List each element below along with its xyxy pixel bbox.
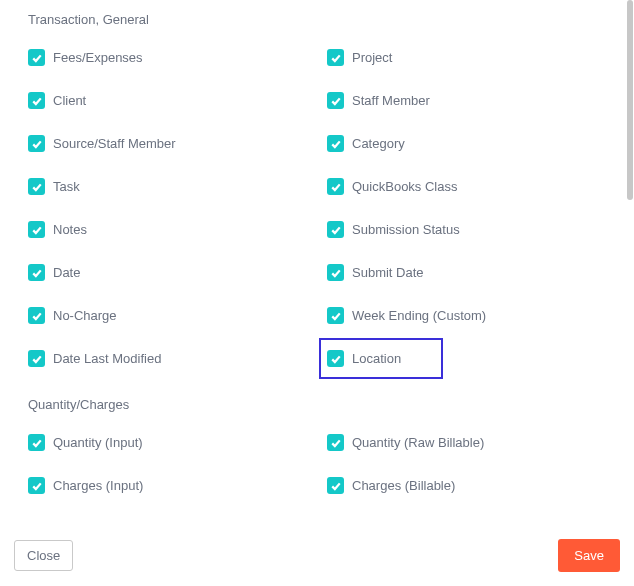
check-icon bbox=[31, 95, 43, 107]
checkbox-label-week-ending-custom: Week Ending (Custom) bbox=[352, 308, 486, 323]
checkbox-label-staff-member: Staff Member bbox=[352, 93, 430, 108]
checkbox-item-quantity-input[interactable]: Quantity (Input) bbox=[28, 434, 307, 451]
check-icon bbox=[330, 437, 342, 449]
check-icon bbox=[330, 52, 342, 64]
checkbox-item-no-charge[interactable]: No-Charge bbox=[28, 307, 307, 324]
check-icon bbox=[31, 437, 43, 449]
section-title-quantity: Quantity/Charges bbox=[28, 397, 606, 412]
checkbox-item-staff-member[interactable]: Staff Member bbox=[327, 92, 606, 109]
check-icon bbox=[330, 310, 342, 322]
checkbox-submit-date[interactable] bbox=[327, 264, 344, 281]
checkbox-label-date: Date bbox=[53, 265, 80, 280]
scrollbar-thumb[interactable] bbox=[627, 0, 633, 200]
checkbox-notes[interactable] bbox=[28, 221, 45, 238]
checkbox-label-location: Location bbox=[352, 351, 401, 366]
checkbox-date-last-modified[interactable] bbox=[28, 350, 45, 367]
check-icon bbox=[330, 181, 342, 193]
checkbox-label-charges-billable: Charges (Billable) bbox=[352, 478, 455, 493]
checkbox-item-charges-billable[interactable]: Charges (Billable) bbox=[327, 477, 606, 494]
checkbox-item-submit-date[interactable]: Submit Date bbox=[327, 264, 606, 281]
checkbox-location[interactable] bbox=[327, 350, 344, 367]
checkbox-item-submission-status[interactable]: Submission Status bbox=[327, 221, 606, 238]
checkbox-label-submit-date: Submit Date bbox=[352, 265, 424, 280]
checkbox-label-quantity-raw-billable: Quantity (Raw Billable) bbox=[352, 435, 484, 450]
checkbox-charges-input[interactable] bbox=[28, 477, 45, 494]
checkbox-source-staff-member[interactable] bbox=[28, 135, 45, 152]
checkbox-label-quantity-input: Quantity (Input) bbox=[53, 435, 143, 450]
check-icon bbox=[31, 310, 43, 322]
checkbox-quantity-raw-billable[interactable] bbox=[327, 434, 344, 451]
check-icon bbox=[330, 480, 342, 492]
check-icon bbox=[330, 267, 342, 279]
checkbox-label-category: Category bbox=[352, 136, 405, 151]
check-icon bbox=[31, 224, 43, 236]
check-icon bbox=[31, 353, 43, 365]
checkbox-label-charges-input: Charges (Input) bbox=[53, 478, 143, 493]
checkbox-label-notes: Notes bbox=[53, 222, 87, 237]
checkbox-staff-member[interactable] bbox=[327, 92, 344, 109]
check-icon bbox=[330, 353, 342, 365]
checkbox-item-date-last-modified[interactable]: Date Last Modified bbox=[28, 350, 307, 367]
checkbox-label-submission-status: Submission Status bbox=[352, 222, 460, 237]
quantity-grid: Quantity (Input)Quantity (Raw Billable)C… bbox=[28, 434, 606, 494]
checkbox-item-source-staff-member[interactable]: Source/Staff Member bbox=[28, 135, 307, 152]
check-icon bbox=[31, 480, 43, 492]
check-icon bbox=[330, 224, 342, 236]
content-area: Transaction, General Fees/ExpensesProjec… bbox=[0, 0, 634, 540]
check-icon bbox=[31, 181, 43, 193]
checkbox-label-task: Task bbox=[53, 179, 80, 194]
checkbox-category[interactable] bbox=[327, 135, 344, 152]
checkbox-item-week-ending-custom[interactable]: Week Ending (Custom) bbox=[327, 307, 606, 324]
save-button[interactable]: Save bbox=[558, 539, 620, 572]
transaction-grid: Fees/ExpensesProjectClientStaff MemberSo… bbox=[28, 49, 606, 367]
checkbox-task[interactable] bbox=[28, 178, 45, 195]
check-icon bbox=[31, 52, 43, 64]
check-icon bbox=[31, 267, 43, 279]
footer: Close Save bbox=[0, 529, 634, 586]
scrollbar-track bbox=[626, 0, 634, 540]
check-icon bbox=[330, 138, 342, 150]
checkbox-fees-expenses[interactable] bbox=[28, 49, 45, 66]
checkbox-date[interactable] bbox=[28, 264, 45, 281]
checkbox-label-fees-expenses: Fees/Expenses bbox=[53, 50, 143, 65]
checkbox-submission-status[interactable] bbox=[327, 221, 344, 238]
checkbox-label-no-charge: No-Charge bbox=[53, 308, 117, 323]
checkbox-item-quickbooks-class[interactable]: QuickBooks Class bbox=[327, 178, 606, 195]
checkbox-label-quickbooks-class: QuickBooks Class bbox=[352, 179, 457, 194]
checkbox-label-source-staff-member: Source/Staff Member bbox=[53, 136, 176, 151]
checkbox-item-client[interactable]: Client bbox=[28, 92, 307, 109]
checkbox-quantity-input[interactable] bbox=[28, 434, 45, 451]
checkbox-item-date[interactable]: Date bbox=[28, 264, 307, 281]
checkbox-item-quantity-raw-billable[interactable]: Quantity (Raw Billable) bbox=[327, 434, 606, 451]
checkbox-item-charges-input[interactable]: Charges (Input) bbox=[28, 477, 307, 494]
check-icon bbox=[31, 138, 43, 150]
checkbox-project[interactable] bbox=[327, 49, 344, 66]
checkbox-charges-billable[interactable] bbox=[327, 477, 344, 494]
checkbox-item-category[interactable]: Category bbox=[327, 135, 606, 152]
checkbox-label-client: Client bbox=[53, 93, 86, 108]
checkbox-item-fees-expenses[interactable]: Fees/Expenses bbox=[28, 49, 307, 66]
close-button[interactable]: Close bbox=[14, 540, 73, 571]
checkbox-label-date-last-modified: Date Last Modified bbox=[53, 351, 161, 366]
checkbox-week-ending-custom[interactable] bbox=[327, 307, 344, 324]
checkbox-no-charge[interactable] bbox=[28, 307, 45, 324]
checkbox-client[interactable] bbox=[28, 92, 45, 109]
checkbox-item-location[interactable]: Location bbox=[319, 338, 443, 379]
checkbox-item-task[interactable]: Task bbox=[28, 178, 307, 195]
section-title-transaction: Transaction, General bbox=[28, 12, 606, 27]
checkbox-label-project: Project bbox=[352, 50, 392, 65]
checkbox-item-notes[interactable]: Notes bbox=[28, 221, 307, 238]
checkbox-quickbooks-class[interactable] bbox=[327, 178, 344, 195]
check-icon bbox=[330, 95, 342, 107]
checkbox-item-project[interactable]: Project bbox=[327, 49, 606, 66]
